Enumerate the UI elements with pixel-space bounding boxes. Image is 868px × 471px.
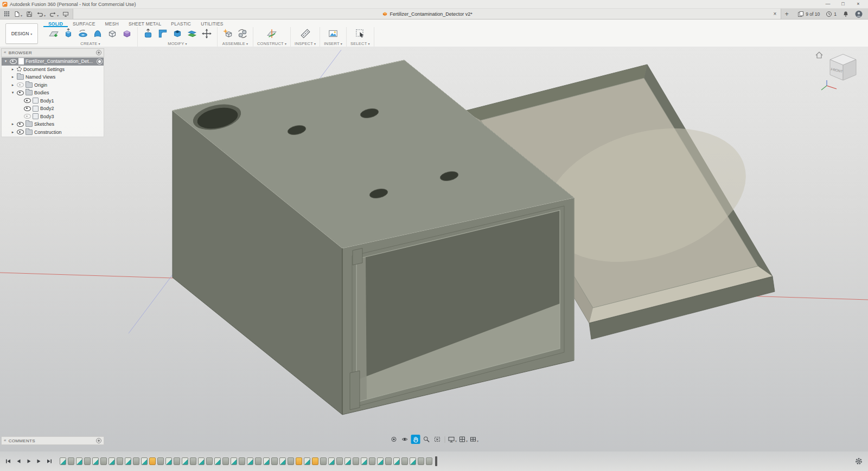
timeline-sketch-marker[interactable] bbox=[344, 457, 351, 465]
step-forward-icon[interactable] bbox=[35, 457, 43, 465]
timeline-feature-marker[interactable] bbox=[174, 457, 180, 465]
timeline-construct-marker[interactable] bbox=[149, 457, 156, 465]
timeline-sketch-marker[interactable] bbox=[361, 457, 367, 465]
timeline-feature-marker[interactable] bbox=[401, 457, 408, 465]
timeline-feature-marker[interactable] bbox=[369, 457, 375, 465]
workspace-selector[interactable]: DESIGN bbox=[5, 23, 38, 44]
browser-item-label[interactable]: Body2 bbox=[40, 106, 103, 111]
timeline-feature-marker[interactable] bbox=[222, 457, 229, 465]
timeline-construct-marker[interactable] bbox=[296, 457, 302, 465]
timeline-sketch-marker[interactable] bbox=[231, 457, 237, 465]
job-status[interactable]: 1 bbox=[826, 11, 837, 17]
timeline-sketch-marker[interactable] bbox=[393, 457, 400, 465]
viewports-icon[interactable] bbox=[470, 435, 479, 444]
timeline-sketch-marker[interactable] bbox=[377, 457, 384, 465]
create-sketch-button[interactable] bbox=[47, 27, 60, 40]
comments-options-icon[interactable] bbox=[96, 438, 101, 443]
timeline-feature-marker[interactable] bbox=[385, 457, 392, 465]
timeline-feature-marker[interactable] bbox=[84, 457, 91, 465]
shell-button[interactable] bbox=[171, 27, 184, 40]
tab-close-icon[interactable]: × bbox=[773, 11, 776, 17]
tab-surface[interactable]: SURFACE bbox=[68, 21, 100, 27]
timeline-sketch-marker[interactable] bbox=[165, 457, 172, 465]
user-avatar[interactable] bbox=[855, 10, 863, 18]
measure-button[interactable] bbox=[299, 27, 312, 40]
disclosure-collapsed-icon[interactable]: ▸ bbox=[10, 75, 15, 79]
grid-snaps-icon[interactable] bbox=[459, 435, 468, 444]
3d-scene-canvas[interactable] bbox=[0, 47, 868, 471]
browser-item-origin[interactable]: ▸Origin bbox=[2, 81, 104, 89]
visibility-eye-icon[interactable] bbox=[17, 130, 24, 134]
timeline-feature-marker[interactable] bbox=[190, 457, 196, 465]
timeline-settings-gear-icon[interactable] bbox=[854, 456, 864, 466]
timeline-sketch-marker[interactable] bbox=[60, 457, 66, 465]
visibility-eye-icon[interactable] bbox=[17, 122, 24, 127]
timeline-feature-marker[interactable] bbox=[426, 457, 432, 465]
display-settings-icon[interactable] bbox=[448, 435, 457, 444]
new-tab-button[interactable]: + bbox=[781, 9, 792, 19]
visibility-eye-icon[interactable] bbox=[17, 82, 24, 87]
step-back-icon[interactable] bbox=[15, 457, 22, 465]
browser-item-construction[interactable]: ▸Construction bbox=[2, 128, 104, 137]
save-icon[interactable] bbox=[25, 10, 34, 18]
timeline-feature-marker[interactable] bbox=[68, 457, 74, 465]
pan-icon[interactable] bbox=[411, 435, 420, 444]
timeline-construct-marker[interactable] bbox=[312, 457, 318, 465]
minimize-icon[interactable]: — bbox=[820, 0, 835, 8]
maximize-icon[interactable]: □ bbox=[835, 0, 851, 8]
disclosure-collapsed-icon[interactable]: ▸ bbox=[10, 67, 15, 72]
press-pull-button[interactable] bbox=[142, 27, 155, 40]
timeline-feature-marker[interactable] bbox=[271, 457, 278, 465]
browser-item-fertilizer-contamination-det[interactable]: ▾Fertilizer_Contamination_Det... bbox=[2, 57, 104, 66]
timeline-sketch-marker[interactable] bbox=[92, 457, 99, 465]
browser-item-label[interactable]: Construction bbox=[34, 130, 103, 135]
activate-component-radio[interactable] bbox=[97, 59, 103, 64]
browser-item-label[interactable]: Document Settings bbox=[23, 67, 103, 72]
go-to-start-icon[interactable] bbox=[4, 457, 12, 465]
timeline-sketch-marker[interactable] bbox=[410, 457, 416, 465]
tab-solid[interactable]: SOLID bbox=[43, 21, 68, 27]
document-tab[interactable]: Fertilizer_Contamination_Detector v2* × bbox=[73, 9, 781, 19]
timeline-sketch-marker[interactable] bbox=[108, 457, 115, 465]
tab-utilities[interactable]: UTILITIES bbox=[196, 21, 228, 27]
zoom-icon[interactable] bbox=[422, 435, 431, 444]
disclosure-expanded-icon[interactable]: ▾ bbox=[10, 91, 15, 95]
browser-item-body1[interactable]: Body1 bbox=[2, 97, 104, 105]
browser-item-body3[interactable]: Body3 bbox=[2, 113, 104, 121]
revolve-button[interactable] bbox=[76, 27, 90, 40]
primitive-box-button[interactable] bbox=[106, 27, 119, 40]
collapse-comments-icon[interactable] bbox=[4, 438, 7, 443]
browser-item-label[interactable]: Origin bbox=[34, 82, 103, 88]
timeline-feature-marker[interactable] bbox=[157, 457, 164, 465]
timeline-feature-marker[interactable] bbox=[320, 457, 327, 465]
joint-button[interactable] bbox=[236, 27, 249, 40]
timeline-sketch-marker[interactable] bbox=[76, 457, 82, 465]
notifications-button[interactable] bbox=[843, 11, 849, 17]
fit-view-icon[interactable] bbox=[433, 435, 442, 444]
collapse-panel-icon[interactable] bbox=[4, 50, 7, 55]
undo-icon[interactable] bbox=[35, 9, 47, 20]
visibility-eye-icon[interactable] bbox=[17, 91, 24, 95]
view-cube-faces[interactable]: FRONT bbox=[830, 54, 856, 80]
timeline-feature-marker[interactable] bbox=[206, 457, 213, 465]
file-menu-icon[interactable] bbox=[12, 9, 23, 20]
page-indicator[interactable]: 9 of 10 bbox=[797, 11, 820, 17]
extensions-icon[interactable] bbox=[61, 10, 70, 18]
timeline-sketch-marker[interactable] bbox=[182, 457, 188, 465]
timeline-playhead[interactable] bbox=[435, 456, 437, 466]
tab-plastic[interactable]: PLASTIC bbox=[166, 21, 196, 27]
select-button[interactable] bbox=[354, 27, 367, 40]
browser-panel-header[interactable]: BROWSER bbox=[1, 48, 104, 57]
browser-item-sketches[interactable]: ▸Sketches bbox=[2, 120, 104, 128]
timeline-feature-marker[interactable] bbox=[288, 457, 294, 465]
construction-plane-button[interactable] bbox=[265, 27, 278, 40]
browser-item-label[interactable]: Named Views bbox=[25, 74, 103, 80]
timeline-feature-marker[interactable] bbox=[418, 457, 424, 465]
close-icon[interactable]: × bbox=[851, 0, 866, 8]
browser-item-label[interactable]: Body3 bbox=[40, 114, 103, 119]
timeline-sketch-marker[interactable] bbox=[141, 457, 148, 465]
timeline-feature-marker[interactable] bbox=[117, 457, 123, 465]
disclosure-collapsed-icon[interactable]: ▸ bbox=[10, 83, 15, 87]
visibility-eye-icon[interactable] bbox=[24, 98, 31, 103]
timeline-feature-marker[interactable] bbox=[336, 457, 343, 465]
